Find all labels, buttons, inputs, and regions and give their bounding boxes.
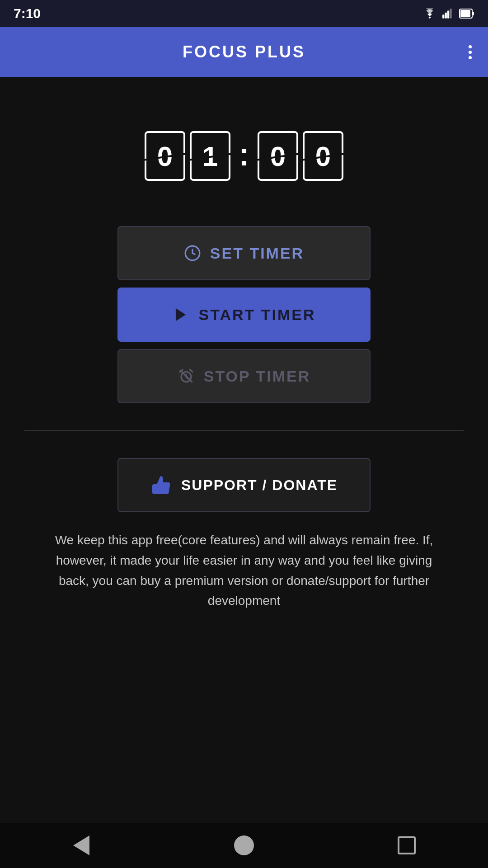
home-icon: [234, 835, 254, 855]
nav-bar: [0, 823, 488, 868]
svg-rect-0: [442, 14, 444, 19]
svg-rect-5: [460, 10, 470, 17]
divider: [24, 430, 464, 431]
svg-rect-3: [450, 9, 451, 19]
stop-timer-button[interactable]: STOP TIMER: [117, 349, 371, 403]
support-section: SUPPORT / DONATE We keep this app free(c…: [49, 458, 439, 611]
nav-recent-button[interactable]: [393, 832, 420, 859]
nav-home-button[interactable]: [230, 832, 258, 859]
start-timer-button[interactable]: START TIMER: [117, 288, 371, 342]
status-bar: 7:10: [0, 0, 488, 27]
svg-rect-6: [473, 12, 474, 15]
start-timer-label: START TIMER: [198, 306, 315, 324]
svg-rect-2: [447, 11, 449, 19]
signal-icon: [442, 8, 454, 19]
play-icon: [172, 306, 189, 323]
wifi-icon: [423, 8, 436, 19]
timer-digit-0: 0: [145, 131, 185, 181]
buttons-container: SET TIMER START TIMER STOP TIMER: [117, 226, 371, 403]
main-content: 0 1 : 0 0 SET TIMER START TIMER: [0, 77, 488, 823]
status-time: 7:10: [14, 6, 41, 21]
menu-dots-button[interactable]: [469, 45, 472, 59]
stop-timer-label: STOP TIMER: [204, 368, 311, 385]
timer-display: 0 1 : 0 0: [145, 131, 343, 181]
recent-icon: [398, 836, 416, 854]
thumbs-up-icon: [150, 474, 172, 496]
svg-marker-8: [176, 308, 186, 321]
dot2: [469, 51, 472, 54]
timer-digit-2: 0: [258, 131, 298, 181]
dot3: [469, 56, 472, 59]
set-timer-button[interactable]: SET TIMER: [117, 226, 371, 280]
svg-rect-1: [445, 13, 447, 19]
app-bar: FOCUS PLUS: [0, 27, 488, 77]
battery-icon: [459, 9, 474, 19]
support-donate-label: SUPPORT / DONATE: [181, 477, 338, 494]
support-description: We keep this app free(core features) and…: [49, 530, 439, 611]
timer-digit-1: 1: [190, 131, 230, 181]
timer-digit-3: 0: [303, 131, 343, 181]
app-title: FOCUS PLUS: [183, 42, 305, 61]
timer-colon: :: [235, 136, 253, 173]
status-icons: [423, 8, 474, 19]
dot1: [469, 45, 472, 48]
back-icon: [73, 835, 89, 855]
timer-minutes: 0 0: [258, 131, 343, 181]
support-donate-button[interactable]: SUPPORT / DONATE: [117, 458, 371, 512]
timer-hours: 0 1: [145, 131, 230, 181]
nav-back-button[interactable]: [68, 832, 95, 859]
set-timer-label: SET TIMER: [210, 245, 304, 262]
clock-icon: [184, 245, 201, 262]
alarm-off-icon: [178, 368, 195, 385]
